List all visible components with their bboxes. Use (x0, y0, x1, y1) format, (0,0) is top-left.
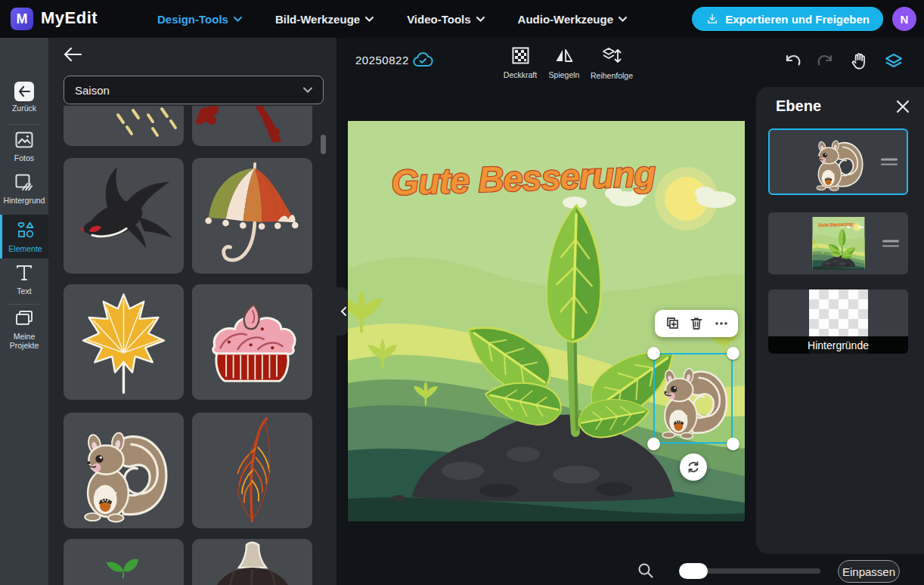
category-dropdown[interactable]: Saison (64, 76, 324, 104)
panel-scrollbar[interactable] (321, 135, 326, 154)
sidebar-divider (8, 304, 41, 305)
opacity-checker-icon (512, 47, 529, 64)
panel-back-icon[interactable] (64, 47, 82, 62)
nav-design-tools[interactable]: Design-Tools (157, 13, 242, 26)
chevron-down-icon (303, 87, 312, 93)
rotate-handle[interactable] (680, 453, 707, 481)
order-tool-button[interactable]: Reihenfolge (588, 47, 636, 80)
selection-handle-top-left[interactable] (647, 347, 660, 360)
sidebar-item-fotos[interactable]: Fotos (0, 132, 48, 162)
close-icon[interactable] (895, 99, 910, 114)
chevron-down-icon (365, 17, 374, 22)
pie-graphic (192, 284, 312, 400)
layer-drag-handle-icon[interactable] (882, 237, 899, 250)
flip-tool-button[interactable]: Spiegeln (540, 47, 588, 79)
zoom-search-icon[interactable] (637, 562, 654, 579)
selection-handle-bottom-right[interactable] (727, 438, 740, 450)
element-thumb-falling-leaves[interactable] (64, 106, 184, 146)
sidebar-item-elemente[interactable]: Elemente (0, 215, 48, 258)
selection-context-toolbar (655, 310, 738, 337)
sprout-graphic (64, 539, 184, 585)
projects-icon (15, 310, 33, 327)
document-title[interactable]: 20250822 (355, 54, 409, 67)
layer-item-card[interactable] (768, 212, 908, 274)
layer-order-icon (602, 47, 622, 65)
myedit-app: M MyEdit Design-Tools Bild-Werkzeuge Vid… (0, 0, 924, 585)
text-icon (16, 265, 33, 281)
sidebar-item-zurueck[interactable]: Zurück (0, 82, 48, 113)
top-navbar: M MyEdit Design-Tools Bild-Werkzeuge Vid… (0, 0, 924, 38)
maple-leaf-graphic (64, 284, 184, 400)
layers-panel-icon[interactable] (884, 51, 904, 71)
background-layer-label: Hintergründe (768, 336, 908, 354)
element-thumb-umbrella[interactable] (192, 158, 312, 274)
squirrel-thumb-graphic (64, 413, 184, 528)
element-thumb-pumpkin[interactable] (192, 539, 312, 585)
more-options-icon[interactable] (714, 316, 729, 331)
element-thumb-maple-leaf[interactable] (64, 284, 184, 400)
layer-squirrel-thumbnail (811, 132, 866, 192)
layers-panel: Ebene Hintergründe (756, 87, 924, 554)
main-nav: Design-Tools Bild-Werkzeuge Video-Tools … (157, 0, 627, 38)
selection-handle-top-right[interactable] (727, 347, 740, 360)
swallow-graphic (64, 158, 184, 274)
pumpkin-graphic (192, 539, 312, 585)
sidebar-item-text[interactable]: Text (0, 265, 48, 296)
autumn-leaf-graphic (192, 413, 312, 528)
fit-to-screen-button[interactable]: Einpassen (838, 560, 900, 583)
rotate-icon (687, 460, 700, 474)
back-icon (14, 82, 34, 101)
background-icon (15, 174, 33, 190)
element-grid (64, 106, 326, 585)
user-avatar[interactable]: N (892, 7, 916, 31)
layer-item-squirrel[interactable] (768, 128, 908, 195)
chevron-down-icon (234, 17, 242, 22)
element-thumb-red-flower-branch[interactable] (192, 106, 312, 146)
chevron-left-icon (340, 307, 346, 316)
pan-hand-icon[interactable] (849, 51, 869, 71)
nav-audio-werkzeuge[interactable]: Audio-Werkzeuge (518, 13, 627, 26)
myedit-logo-text[interactable]: MyEdit (41, 8, 98, 28)
chevron-down-icon (619, 17, 627, 22)
element-thumb-squirrel[interactable] (64, 413, 184, 528)
undo-icon[interactable] (783, 51, 803, 71)
element-thumb-green-sprout[interactable] (64, 539, 184, 585)
layer-item-background[interactable]: Hintergründe (768, 289, 908, 354)
opacity-tool-button[interactable]: Deckkraft (496, 47, 544, 79)
export-share-button[interactable]: Exportieren und Freigeben (692, 7, 883, 31)
myedit-logo-icon[interactable]: M (11, 8, 33, 30)
selection-box[interactable] (653, 353, 733, 444)
download-icon (705, 12, 719, 26)
flip-horizontal-icon (555, 47, 573, 64)
duplicate-icon[interactable] (665, 316, 680, 331)
layer-card-thumbnail (812, 217, 865, 270)
selection-handle-bottom-left[interactable] (647, 438, 660, 450)
layers-panel-title: Ebene (776, 98, 821, 115)
element-thumb-swallow-bird[interactable] (64, 158, 184, 274)
cloud-sync-icon[interactable] (412, 51, 433, 70)
falling-leaves-graphic (64, 106, 184, 146)
element-thumb-autumn-leaf[interactable] (192, 413, 312, 528)
photos-icon (15, 132, 33, 148)
delete-icon[interactable] (689, 316, 704, 331)
umbrella-graphic (192, 158, 312, 274)
zoom-slider-thumb[interactable] (679, 563, 708, 579)
sidebar-item-hintergrund[interactable]: Hintergrund (0, 174, 48, 205)
nav-video-tools[interactable]: Video-Tools (407, 13, 484, 26)
element-thumb-berry-pie[interactable] (192, 284, 312, 400)
elements-icon (17, 221, 35, 239)
redo-icon[interactable] (815, 51, 835, 71)
chevron-down-icon (476, 17, 485, 22)
red-flower-graphic (192, 106, 312, 146)
sidebar-divider (8, 124, 41, 125)
elements-panel: Saison (48, 38, 336, 585)
sidebar-item-meine-projekte[interactable]: Meine Projekte (0, 310, 48, 350)
layer-drag-handle-icon[interactable] (881, 156, 898, 169)
nav-bild-werkzeuge[interactable]: Bild-Werkzeuge (275, 13, 374, 26)
tool-sidebar: Zurück Fotos Hintergrund (0, 38, 48, 585)
